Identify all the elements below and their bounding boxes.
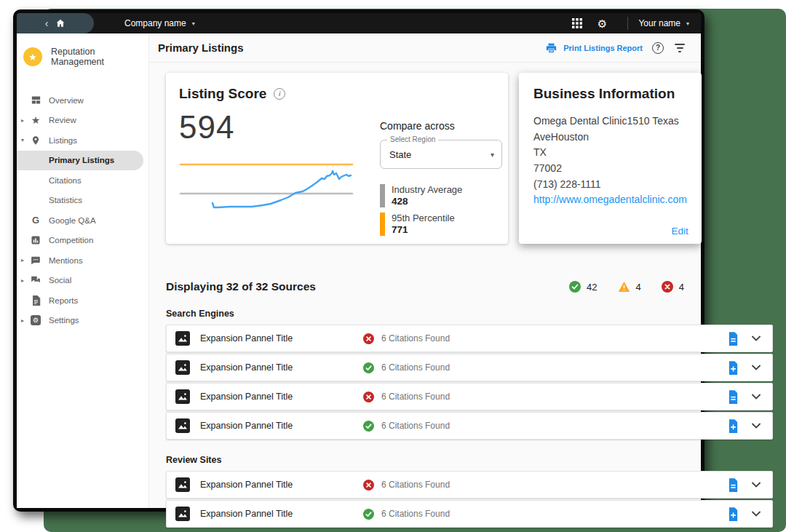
edit-button[interactable]: Edit [672, 226, 688, 237]
sidebar-item-google-qa[interactable]: G Google Q&A [17, 210, 148, 231]
x-circle-icon [363, 333, 374, 344]
doc-lines-icon[interactable] [728, 478, 739, 492]
expansion-panel[interactable]: Expansion Pannel Title 6 Citations Found [166, 412, 773, 440]
x-circle-icon [363, 480, 374, 491]
check-circle-icon [363, 421, 374, 432]
bar-chart-icon [30, 234, 41, 246]
screenshot-stage: ‹ Company name ▾ ⚙ Your name ▾ [0, 0, 786, 532]
back-chevron-icon[interactable]: ‹ [45, 18, 49, 28]
expand-arrow-icon[interactable]: ▸ [18, 277, 27, 284]
chevron-down-icon[interactable] [752, 394, 761, 400]
collapse-arrow-icon[interactable]: ▾ [18, 137, 27, 143]
sidebar-item-citations[interactable]: Citations [17, 170, 148, 191]
sidebar-item-statistics[interactable]: Statistics [17, 191, 148, 211]
legend-swatch-orange [380, 213, 385, 236]
sidebar-item-settings[interactable]: ▸ ⚙ Settings [17, 311, 148, 331]
chat-bubble-icon [30, 255, 41, 266]
content: Listing Score i 594 [149, 63, 701, 528]
chevron-down-icon[interactable] [752, 365, 761, 370]
info-icon[interactable]: i [274, 88, 285, 100]
x-circle-icon [662, 281, 673, 293]
dashboard-icon [30, 95, 41, 106]
sidebar-item-primary-listings[interactable]: Primary Listings [17, 151, 143, 171]
page-title: Primary Listings [158, 41, 244, 54]
print-listings-report-button[interactable]: Print Listings Report [545, 42, 643, 54]
brand-label: Reputation Management [51, 47, 141, 67]
home-icon [55, 18, 66, 28]
chevron-down-icon[interactable] [752, 511, 761, 517]
sidebar-item-review[interactable]: ▸ ★ Review [17, 111, 148, 131]
x-circle-icon [363, 392, 374, 402]
sidebar-nav: Overview ▸ ★ Review ▾ Listings Primary L… [17, 90, 148, 330]
filter-icon[interactable] [673, 42, 686, 54]
app-window: ‹ Company name ▾ ⚙ Your name ▾ [13, 9, 704, 512]
chevron-down-icon: ▾ [491, 151, 494, 159]
sidebar-item-reports[interactable]: Reports [17, 290, 148, 311]
listing-score-value: 594 [179, 109, 367, 146]
home-button[interactable]: ‹ [17, 13, 94, 33]
company-selector[interactable]: Company name ▾ [124, 18, 195, 28]
sources-summary: Displaying 32 of 32 Sources [166, 280, 316, 293]
search-engines-panels: Expansion Pannel Title 6 Citations Found… [166, 325, 773, 440]
doc-plus-icon[interactable] [728, 361, 739, 375]
main-area: Primary Listings Print Listings Report ? [149, 33, 701, 508]
sidebar-item-listings[interactable]: ▾ Listings [17, 130, 148, 151]
chart-legend: Industry Average 428 95th Percentile [380, 184, 508, 236]
section-title-review-sites: Review Sites [166, 455, 701, 465]
chevron-down-icon[interactable] [752, 482, 761, 488]
listing-score-card: Listing Score i 594 [166, 73, 508, 244]
google-g-icon: G [30, 215, 41, 226]
expansion-panel[interactable]: Expansion Pannel Title 6 Citations Found [166, 354, 773, 381]
image-icon [175, 507, 190, 521]
sidebar: ★ Reputation Management Overview ▸ ★ Rev… [17, 33, 149, 508]
doc-plus-icon[interactable] [728, 419, 739, 433]
sidebar-item-social[interactable]: ▸ Social [17, 271, 148, 291]
page-header: Primary Listings Print Listings Report ? [149, 33, 701, 63]
region-select-label: Select Region [387, 135, 438, 143]
doc-lines-icon[interactable] [728, 332, 739, 346]
score-chart [179, 157, 354, 221]
chevron-down-icon[interactable] [752, 336, 761, 341]
sources-header: Displaying 32 of 32 Sources 42 4 [166, 280, 684, 293]
doc-plus-icon[interactable] [728, 507, 739, 521]
settings-square-icon: ⚙ [30, 314, 41, 326]
region-select-dropdown[interactable]: Select Region State ▾ [380, 140, 502, 169]
section-title-search-engines: Search Engines [166, 309, 701, 319]
sidebar-item-mentions[interactable]: ▸ Mentions [17, 250, 148, 271]
user-menu[interactable]: Your name ▾ [638, 18, 689, 28]
doc-lines-icon[interactable] [728, 390, 739, 404]
print-listings-report-label: Print Listings Report [563, 44, 643, 52]
business-information-card: Business Information Omega Dental Clinic… [519, 73, 702, 244]
image-icon [175, 331, 190, 346]
help-icon[interactable]: ? [652, 42, 664, 54]
sidebar-item-competition[interactable]: Competition [17, 231, 148, 251]
expansion-panel[interactable]: Expansion Pannel Title 6 Citations Found [166, 325, 773, 352]
warning-count-badge: 4 [618, 281, 641, 293]
image-icon [175, 477, 190, 492]
document-icon [30, 295, 41, 306]
apps-grid-button[interactable] [565, 18, 590, 28]
expand-arrow-icon[interactable]: ▸ [18, 117, 27, 124]
check-circle-icon [363, 509, 374, 520]
expansion-panel[interactable]: Expansion Pannel Title 6 Citations Found [166, 471, 773, 499]
business-address-line: Omega Dental Clinic1510 Texas AveHouston [533, 114, 687, 145]
region-select-value: State [389, 149, 411, 160]
error-count-badge: 4 [662, 281, 684, 293]
expand-arrow-icon[interactable]: ▸ [18, 257, 27, 263]
settings-gear-button[interactable]: ⚙ [590, 18, 614, 29]
expand-arrow-icon[interactable]: ▸ [18, 317, 27, 324]
sidebar-item-overview[interactable]: Overview [17, 90, 148, 111]
image-icon [175, 360, 190, 375]
expansion-panel[interactable]: Expansion Pannel Title 6 Citations Found [166, 500, 773, 528]
company-name: Company name [124, 18, 186, 28]
chevron-down-icon[interactable] [752, 423, 761, 429]
review-sites-panels: Expansion Pannel Title 6 Citations Found… [166, 471, 773, 528]
chevron-down-icon: ▾ [686, 20, 689, 27]
expansion-panel[interactable]: Expansion Pannel Title 6 Citations Found [166, 383, 773, 410]
user-name: Your name [638, 18, 680, 28]
legend-swatch-gray [380, 184, 385, 207]
legend-95th-percentile: 95th Percentile 771 [380, 213, 508, 236]
business-website-link[interactable]: http://www.omegadentalclinic.com [533, 192, 687, 208]
check-circle-icon [569, 281, 581, 293]
gear-icon: ⚙ [598, 18, 607, 29]
